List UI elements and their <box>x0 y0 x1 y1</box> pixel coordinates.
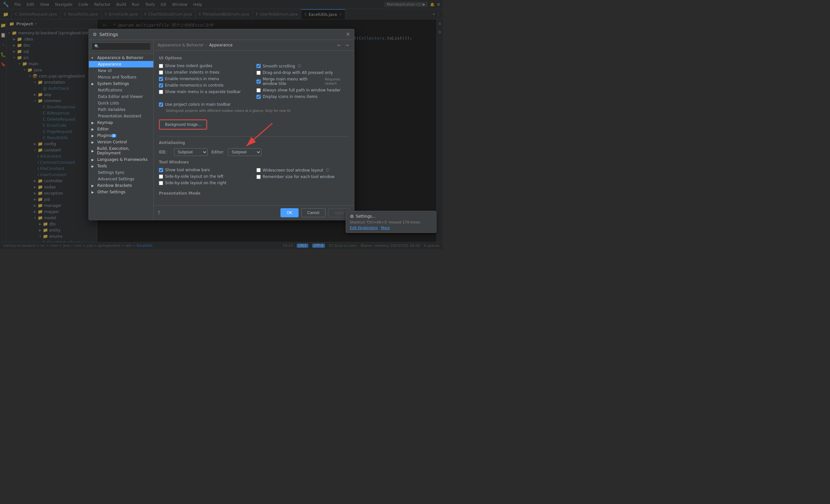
option-display-icons: Display icons in menu items <box>256 94 349 99</box>
settings-group-header-other[interactable]: ▶ Other Settings <box>89 189 153 195</box>
notification-popup: ⚙ Settings... Shortcut 'Ctrl+Alt+S' miss… <box>346 211 437 233</box>
checkbox-side-left[interactable] <box>159 175 163 179</box>
breadcrumb-back-button[interactable]: ← <box>336 42 343 48</box>
tw-right-col: Widescreen tool window layout ⓘ Remember… <box>256 168 349 187</box>
settings-group-header-appearance-behavior[interactable]: ▾ Appearance & Behavior <box>89 55 153 61</box>
breadcrumb-parent: Appearance & Behavior <box>158 43 203 48</box>
group-label: Plugins <box>97 133 111 138</box>
ide-aa-select[interactable]: Default Subpixel Greyscale None <box>174 148 208 156</box>
tool-windows-title: Tool Windows <box>159 160 349 164</box>
dialog-help-icon[interactable]: ? <box>158 210 160 216</box>
settings-group-children: Appearance New UI Menus and Toolbars <box>89 61 153 81</box>
checkbox-smaller-indents[interactable] <box>159 70 163 74</box>
settings-group-header-vcs[interactable]: ▶ Version Control <box>89 139 153 145</box>
breadcrumb-current: Appearance <box>209 43 232 48</box>
checkbox-project-colors[interactable] <box>159 102 163 107</box>
settings-item-advanced[interactable]: Advanced Settings <box>89 176 153 182</box>
settings-search-input[interactable] <box>91 42 151 50</box>
checkbox-drag-drop[interactable] <box>256 71 261 75</box>
checkbox-side-right[interactable] <box>159 181 163 185</box>
settings-item-data-editor[interactable]: Data Editor and Viewer <box>89 93 153 100</box>
label-side-right[interactable]: Side-by-side layout on the right <box>165 181 226 185</box>
settings-content: Appearance & Behavior › Appearance ← → U… <box>154 40 354 220</box>
label-smooth-scroll[interactable]: Smooth scrolling <box>263 64 295 68</box>
help-icon-widescreen[interactable]: ⓘ <box>326 168 329 172</box>
checkbox-merge-menu[interactable] <box>256 80 261 84</box>
settings-group-header-keymap[interactable]: ▶ Keymap <box>89 119 153 126</box>
option-drag-drop: Drag-and-drop with Alt pressed only <box>256 70 349 75</box>
settings-item-settings-sync[interactable]: Settings Sync <box>89 169 153 176</box>
label-merge-menu[interactable]: Merge main menu with window title <box>263 77 322 86</box>
group-label: Other Settings <box>97 190 125 194</box>
dialog-title: Settings <box>99 32 118 37</box>
label-mnemonics-menu[interactable]: Enable mnemonics in menu <box>165 76 219 81</box>
label-display-icons[interactable]: Display icons in menu items <box>263 94 317 99</box>
ui-options-grid: Show tree indent guides Use smaller inde… <box>159 64 349 101</box>
checkbox-separate-toolbar[interactable] <box>159 90 163 94</box>
settings-group-header-system[interactable]: ▶ System Settings <box>89 81 153 87</box>
background-image-button[interactable]: Background Image... <box>160 120 206 129</box>
label-show-tree[interactable]: Show tree indent guides <box>165 64 212 68</box>
option-merge-menu: Merge main menu with window title Requir… <box>256 77 349 86</box>
dialog-titlebar: ⚙ Settings ✕ <box>89 29 354 40</box>
label-widescreen[interactable]: Widescreen tool window layout <box>263 168 323 172</box>
ok-button[interactable]: OK <box>281 208 298 217</box>
label-drag-drop[interactable]: Drag-and-drop with Alt pressed only <box>263 70 333 75</box>
settings-group-header-languages[interactable]: ▶ Languages & Frameworks <box>89 156 153 163</box>
settings-item-new-ui[interactable]: New UI <box>89 67 153 74</box>
group-toggle-icon: ▶ <box>91 158 96 161</box>
label-remember-size[interactable]: Remember size for each tool window <box>263 175 334 179</box>
editor-aa-label: Editor: <box>212 150 224 154</box>
option-side-left: Side-by-side layout on the left <box>159 174 251 179</box>
label-separate-toolbar[interactable]: Show main menu in a separate toolbar <box>165 90 241 94</box>
notif-title: Settings... <box>356 214 376 219</box>
group-label: Version Control <box>97 140 127 144</box>
settings-item-quick-lists[interactable]: Quick Lists <box>89 100 153 106</box>
editor-aa-select[interactable]: Default Subpixel Greyscale None <box>228 148 261 156</box>
settings-group-header-build[interactable]: ▶ Build, Execution, Deployment <box>89 145 153 156</box>
checkbox-show-tw-bars[interactable] <box>159 168 163 172</box>
settings-item-menus-toolbars[interactable]: Menus and Toolbars <box>89 74 153 81</box>
settings-group-header-rainbow[interactable]: ▶ Rainbow Brackets <box>89 182 153 189</box>
label-side-left[interactable]: Side-by-side layout on the left <box>165 174 223 179</box>
group-toggle-icon: ▶ <box>91 82 96 86</box>
help-icon-smooth[interactable]: ⓘ <box>298 64 301 68</box>
ui-options-title: UI Options <box>159 56 349 60</box>
separator <box>159 136 349 136</box>
dialog-close-button[interactable]: ✕ <box>346 32 350 37</box>
checkbox-show-tree[interactable] <box>159 64 163 68</box>
notif-text: Shortcut 'Ctrl+Alt+S' missed 179 times <box>350 220 432 224</box>
checkbox-smooth-scroll[interactable] <box>256 64 261 68</box>
cancel-button[interactable]: Cancel <box>301 208 325 217</box>
plugins-badge: 8 <box>111 134 117 137</box>
checkbox-mnemonics-menu[interactable] <box>159 77 163 81</box>
settings-item-appearance[interactable]: Appearance <box>89 61 153 67</box>
checkbox-display-icons[interactable] <box>256 95 261 99</box>
label-mnemonics-ctrl[interactable]: Enable mnemonics in controls <box>165 83 224 88</box>
label-show-tw-bars[interactable]: Show tool window bars <box>165 168 210 172</box>
dialog-body: ▾ Appearance & Behavior Appearance New U… <box>89 40 354 220</box>
label-smaller-indents[interactable]: Use smaller indents in trees <box>165 70 220 74</box>
settings-item-notifications[interactable]: Notifications <box>89 87 153 93</box>
settings-group-header-tools[interactable]: ▶ Tools <box>89 163 153 169</box>
checkbox-full-path[interactable] <box>256 88 261 92</box>
option-show-tree: Show tree indent guides <box>159 64 251 68</box>
label-full-path[interactable]: Always show full path in window header <box>263 88 341 92</box>
breadcrumb-forward-button[interactable]: → <box>344 42 350 48</box>
option-smaller-indents: Use smaller indents in trees <box>159 70 251 74</box>
notif-edit-keybinding-link[interactable]: Edit Keybinding <box>350 226 378 230</box>
checkbox-widescreen[interactable] <box>256 168 261 172</box>
label-project-colors[interactable]: Use project colors in main toolbar <box>165 102 231 107</box>
settings-group-header-editor[interactable]: ▶ Editor <box>89 126 153 132</box>
checkbox-mnemonics-ctrl[interactable] <box>159 83 163 88</box>
ui-options-right-col: Smooth scrolling ⓘ Drag-and-drop with Al… <box>256 64 349 101</box>
tool-windows-grid: Show tool window bars Side-by-side layou… <box>159 168 349 187</box>
group-label: Editor <box>97 127 109 131</box>
settings-nav: ▾ Appearance & Behavior Appearance New U… <box>89 40 154 220</box>
checkbox-remember-size[interactable] <box>256 175 261 179</box>
option-remember-size: Remember size for each tool window <box>256 175 349 179</box>
settings-item-presentation-assistant[interactable]: Presentation Assistant <box>89 113 153 119</box>
settings-group-header-plugins[interactable]: ▶ Plugins 8 <box>89 132 153 139</box>
settings-item-path-variables[interactable]: Path Variables <box>89 106 153 113</box>
notif-more-link[interactable]: More <box>381 226 390 230</box>
